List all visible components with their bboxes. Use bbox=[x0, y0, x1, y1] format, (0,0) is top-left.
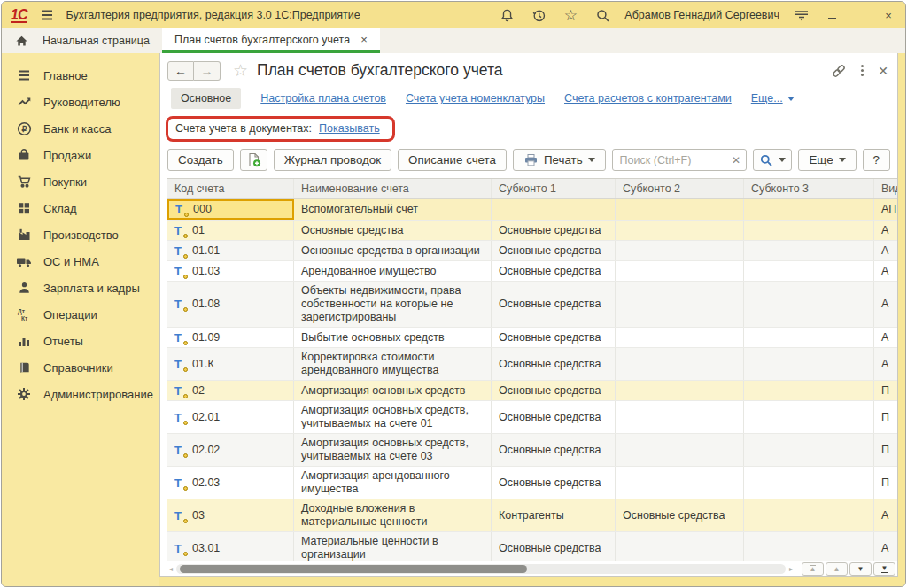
gear-icon bbox=[16, 386, 32, 402]
clear-search-icon[interactable]: ✕ bbox=[725, 150, 746, 170]
sidebar-item-book[interactable]: Справочники bbox=[2, 354, 159, 381]
table-row[interactable]: T 01.К Корректировка стоимости арендован… bbox=[167, 348, 897, 381]
notifications-icon[interactable] bbox=[497, 5, 516, 25]
account-name: Амортизация арендованного имущества bbox=[294, 467, 492, 499]
create-group-button[interactable] bbox=[240, 149, 267, 171]
more-button[interactable]: Еще bbox=[798, 149, 856, 171]
go-last-row-button[interactable]: ▼ bbox=[873, 562, 895, 576]
scrollbar-thumb[interactable] bbox=[180, 565, 527, 573]
table-row[interactable]: T 02.01 Амортизация основных средств, уч… bbox=[167, 401, 897, 434]
table-row[interactable]: T 01.08 Объекты недвижимости, права собс… bbox=[167, 282, 897, 328]
form-tab-link[interactable]: Счета учета номенклатуры bbox=[406, 92, 545, 104]
sidebar-item-sales-bag[interactable]: Продажи bbox=[2, 142, 159, 168]
current-user[interactable]: Абрамов Геннадий Сергеевич bbox=[624, 9, 779, 21]
go-first-row-button[interactable]: ▲ bbox=[802, 562, 824, 576]
tab-chart-of-accounts[interactable]: План счетов бухгалтерского учета × bbox=[162, 28, 380, 53]
account-name: Доходные вложения в материальные ценност… bbox=[294, 499, 492, 531]
account-t-icon: T bbox=[175, 204, 187, 215]
search-input[interactable]: Поиск (Ctrl+F) ✕ bbox=[612, 149, 748, 171]
form-tab-main[interactable]: Основное bbox=[171, 88, 241, 109]
nav-forward-button[interactable]: → bbox=[194, 61, 221, 81]
account-name: Амортизация основных средств, учитываемы… bbox=[294, 434, 492, 466]
subconto-2 bbox=[616, 241, 744, 260]
column-header[interactable]: Субконто 1 bbox=[492, 179, 616, 198]
column-header[interactable]: Субконто 3 bbox=[744, 179, 874, 198]
sidebar-item-warehouse[interactable]: Склад bbox=[2, 195, 159, 221]
sidebar-item-menu[interactable]: Главное bbox=[2, 62, 159, 89]
table-row[interactable]: T 02 Амортизация основных средств Основн… bbox=[167, 381, 897, 401]
sidebar-item-truck[interactable]: ОС и НМА bbox=[2, 248, 159, 275]
account-code: 02.03 bbox=[192, 476, 220, 490]
table-row[interactable]: T 01.01 Основные средства в организации … bbox=[167, 241, 897, 261]
row-up-button[interactable]: ▲ bbox=[826, 562, 848, 576]
create-button[interactable]: Создать bbox=[167, 149, 234, 171]
table-row[interactable]: T 01 Основные средства Основные средства… bbox=[167, 220, 897, 241]
form-tab-link[interactable]: Счета расчетов с контрагентами bbox=[564, 92, 732, 104]
account-code: 01.01 bbox=[192, 244, 220, 258]
subconto-2 bbox=[616, 532, 744, 561]
favorite-star-icon[interactable]: ☆ bbox=[233, 60, 248, 81]
column-header[interactable]: Код счета bbox=[167, 179, 294, 198]
column-header[interactable]: Субконто 2 bbox=[616, 179, 744, 198]
table-row[interactable]: T 01.03 Арендованное имущество Основные … bbox=[167, 261, 897, 282]
subconto-2 bbox=[616, 434, 744, 466]
form-tab-link[interactable]: Настройка плана счетов bbox=[260, 92, 386, 104]
favorites-icon[interactable]: ☆ bbox=[561, 5, 580, 25]
subconto-1: Основные средства bbox=[492, 401, 616, 433]
form-tab-link[interactable]: Еще... bbox=[751, 92, 795, 104]
sidebar-item-bar-chart[interactable]: Отчеты bbox=[2, 328, 159, 354]
sidebar-item-trend[interactable]: Руководителю bbox=[2, 89, 159, 115]
account-code: 000 bbox=[193, 203, 212, 216]
column-header[interactable]: Наименование счета bbox=[294, 179, 492, 198]
main-menu-icon[interactable] bbox=[37, 5, 57, 25]
account-t-icon: T bbox=[174, 298, 186, 310]
sidebar-item-gear[interactable]: Администрирование bbox=[2, 381, 159, 407]
account-description-button[interactable]: Описание счета bbox=[398, 149, 507, 171]
nav-back-button[interactable]: ← bbox=[167, 61, 194, 81]
menu-icon bbox=[16, 67, 32, 83]
horizontal-scrollbar[interactable] bbox=[176, 564, 786, 574]
table-row[interactable]: T 03 Доходные вложения в материальные це… bbox=[167, 499, 897, 532]
table-row[interactable]: T 02.02 Амортизация основных средств, уч… bbox=[167, 434, 897, 467]
table-row[interactable]: T 03.01 Материальные ценности в организа… bbox=[167, 532, 897, 561]
scroll-left-icon[interactable]: ◂ bbox=[169, 566, 173, 573]
help-button[interactable]: ? bbox=[863, 149, 890, 171]
sidebar-item-label: Продажи bbox=[43, 149, 91, 162]
table-row[interactable]: T 000 Вспомогательный счет АП bbox=[167, 199, 897, 220]
subconto-1: Основные средства bbox=[492, 261, 616, 281]
close-form-icon[interactable]: ✕ bbox=[878, 64, 888, 78]
global-search-icon[interactable] bbox=[593, 5, 612, 25]
column-header[interactable]: Вид bbox=[874, 179, 897, 198]
history-icon[interactable] bbox=[529, 5, 548, 25]
table-row[interactable]: T 01.09 Выбытие основных средств Основны… bbox=[167, 328, 897, 348]
dt-kt-icon: ДтКт bbox=[16, 306, 32, 322]
sidebar-item-cart[interactable]: Покупки bbox=[2, 168, 159, 195]
row-down-button[interactable]: ▼ bbox=[849, 562, 872, 576]
sidebar-item-dt-kt[interactable]: ДтКт Операции bbox=[2, 301, 159, 328]
journal-button[interactable]: Журнал проводок bbox=[274, 149, 391, 171]
show-link[interactable]: Показывать bbox=[319, 122, 380, 135]
sidebar-item-label: Справочники bbox=[43, 361, 113, 375]
scroll-right-icon[interactable]: ▸ bbox=[789, 566, 793, 573]
account-t-icon: T bbox=[174, 385, 186, 397]
minimize-button[interactable] bbox=[824, 7, 840, 23]
print-button[interactable]: Печать bbox=[513, 149, 606, 171]
service-menu-icon[interactable] bbox=[792, 5, 811, 25]
sidebar-item-bank[interactable]: ₽ Банк и касса bbox=[2, 115, 159, 142]
table-header[interactable]: Код счетаНаименование счетаСубконто 1Суб… bbox=[167, 179, 897, 199]
tab-home[interactable]: Начальная страница bbox=[2, 28, 162, 53]
get-link-icon[interactable] bbox=[831, 63, 847, 79]
svg-text:Дт: Дт bbox=[18, 308, 26, 315]
account-name: Выбытие основных средств bbox=[294, 328, 492, 347]
sidebar-item-factory[interactable]: Производство bbox=[2, 221, 159, 248]
sidebar-item-person[interactable]: Зарплата и кадры bbox=[2, 275, 159, 301]
person-icon bbox=[16, 280, 32, 296]
table-row[interactable]: T 02.03 Амортизация арендованного имущес… bbox=[167, 467, 897, 499]
form-nav-tabs: ОсновноеНастройка плана счетовСчета учет… bbox=[160, 84, 897, 116]
subconto-3 bbox=[744, 467, 874, 499]
more-options-icon[interactable] bbox=[861, 65, 864, 76]
search-button[interactable] bbox=[753, 149, 792, 171]
close-window-button[interactable]: × bbox=[880, 7, 896, 23]
tab-close-icon[interactable]: × bbox=[360, 33, 368, 46]
maximize-button[interactable] bbox=[852, 7, 868, 23]
